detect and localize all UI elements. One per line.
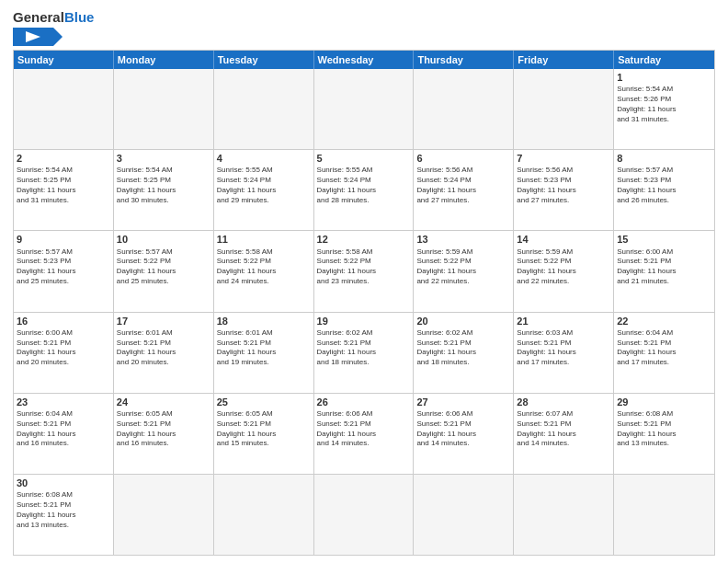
cell-info: Sunrise: 6:01 AM Sunset: 5:21 PM Dayligh…	[117, 328, 210, 368]
cal-cell: 15Sunrise: 6:00 AM Sunset: 5:21 PM Dayli…	[614, 231, 714, 311]
cell-info: Sunrise: 6:06 AM Sunset: 5:21 PM Dayligh…	[416, 409, 510, 449]
cell-info: Sunrise: 5:57 AM Sunset: 5:23 PM Dayligh…	[617, 166, 711, 205]
header-day-tuesday: Tuesday	[214, 51, 314, 69]
cal-cell	[614, 475, 714, 555]
cell-info: Sunrise: 5:54 AM Sunset: 5:25 PM Dayligh…	[117, 166, 210, 205]
cell-info: Sunrise: 6:03 AM Sunset: 5:21 PM Dayligh…	[517, 328, 610, 368]
cal-cell	[414, 69, 514, 149]
cell-info: Sunrise: 5:57 AM Sunset: 5:22 PM Dayligh…	[117, 247, 210, 287]
cal-cell: 20Sunrise: 6:02 AM Sunset: 5:21 PM Dayli…	[414, 313, 514, 393]
logo-box	[13, 28, 53, 46]
week-row-1: 2Sunrise: 5:54 AM Sunset: 5:25 PM Daylig…	[14, 150, 714, 231]
day-number: 19	[317, 315, 411, 327]
logo-wordmark: GeneralBlue	[13, 9, 94, 25]
cal-cell: 25Sunrise: 6:05 AM Sunset: 5:21 PM Dayli…	[214, 394, 314, 474]
cell-info: Sunrise: 5:56 AM Sunset: 5:23 PM Dayligh…	[517, 166, 610, 205]
cell-info: Sunrise: 5:56 AM Sunset: 5:24 PM Dayligh…	[416, 166, 510, 205]
logo-arrow	[53, 28, 63, 46]
cal-cell: 3Sunrise: 5:54 AM Sunset: 5:25 PM Daylig…	[114, 150, 214, 230]
cal-cell: 16Sunrise: 6:00 AM Sunset: 5:21 PM Dayli…	[14, 313, 114, 393]
day-number: 4	[217, 152, 311, 165]
calendar-header: SundayMondayTuesdayWednesdayThursdayFrid…	[14, 51, 714, 69]
cell-info: Sunrise: 6:08 AM Sunset: 5:21 PM Dayligh…	[17, 490, 110, 530]
cell-info: Sunrise: 5:55 AM Sunset: 5:24 PM Dayligh…	[317, 166, 411, 205]
cal-cell: 2Sunrise: 5:54 AM Sunset: 5:25 PM Daylig…	[14, 150, 114, 230]
cell-info: Sunrise: 6:04 AM Sunset: 5:21 PM Dayligh…	[617, 328, 711, 368]
cal-cell: 30Sunrise: 6:08 AM Sunset: 5:21 PM Dayli…	[14, 475, 114, 555]
cal-cell: 26Sunrise: 6:06 AM Sunset: 5:21 PM Dayli…	[314, 394, 415, 474]
logo-blue: Blue	[64, 9, 95, 25]
page: GeneralBlue	[0, 0, 728, 563]
day-number: 24	[117, 396, 210, 408]
header: GeneralBlue	[13, 9, 715, 46]
cal-cell	[514, 475, 614, 555]
cal-cell	[314, 475, 415, 555]
cell-info: Sunrise: 6:01 AM Sunset: 5:21 PM Dayligh…	[217, 328, 311, 368]
cell-info: Sunrise: 5:59 AM Sunset: 5:22 PM Dayligh…	[517, 247, 610, 287]
week-row-5: 30Sunrise: 6:08 AM Sunset: 5:21 PM Dayli…	[14, 475, 714, 555]
day-number: 9	[17, 233, 110, 246]
day-number: 18	[217, 315, 311, 327]
cell-info: Sunrise: 6:04 AM Sunset: 5:21 PM Dayligh…	[17, 409, 110, 449]
day-number: 16	[17, 315, 110, 327]
cal-cell: 21Sunrise: 6:03 AM Sunset: 5:21 PM Dayli…	[514, 313, 614, 393]
cell-info: Sunrise: 5:58 AM Sunset: 5:22 PM Dayligh…	[217, 247, 311, 287]
cell-info: Sunrise: 5:58 AM Sunset: 5:22 PM Dayligh…	[317, 247, 411, 287]
calendar: SundayMondayTuesdayWednesdayThursdayFrid…	[13, 50, 715, 556]
cal-cell: 23Sunrise: 6:04 AM Sunset: 5:21 PM Dayli…	[14, 394, 114, 474]
day-number: 5	[317, 152, 411, 165]
header-day-friday: Friday	[514, 51, 614, 69]
cal-cell: 24Sunrise: 6:05 AM Sunset: 5:21 PM Dayli…	[114, 394, 214, 474]
logo-general: General	[13, 9, 64, 25]
day-number: 20	[416, 315, 510, 327]
cell-info: Sunrise: 6:02 AM Sunset: 5:21 PM Dayligh…	[317, 328, 411, 368]
calendar-body: 1Sunrise: 5:54 AM Sunset: 5:26 PM Daylig…	[14, 69, 714, 555]
day-number: 15	[617, 233, 711, 246]
day-number: 23	[17, 396, 110, 408]
day-number: 28	[517, 396, 610, 408]
day-number: 21	[517, 315, 610, 327]
header-day-sunday: Sunday	[14, 51, 114, 69]
cal-cell: 28Sunrise: 6:07 AM Sunset: 5:21 PM Dayli…	[514, 394, 614, 474]
cal-cell: 5Sunrise: 5:55 AM Sunset: 5:24 PM Daylig…	[314, 150, 415, 230]
week-row-4: 23Sunrise: 6:04 AM Sunset: 5:21 PM Dayli…	[14, 394, 714, 475]
cal-cell: 27Sunrise: 6:06 AM Sunset: 5:21 PM Dayli…	[414, 394, 514, 474]
day-number: 2	[17, 152, 110, 165]
week-row-3: 16Sunrise: 6:00 AM Sunset: 5:21 PM Dayli…	[14, 313, 714, 394]
day-number: 13	[416, 233, 510, 246]
cal-cell	[414, 475, 514, 555]
cell-info: Sunrise: 5:57 AM Sunset: 5:23 PM Dayligh…	[17, 247, 110, 287]
cell-info: Sunrise: 6:00 AM Sunset: 5:21 PM Dayligh…	[17, 328, 110, 368]
cal-cell: 6Sunrise: 5:56 AM Sunset: 5:24 PM Daylig…	[414, 150, 514, 230]
day-number: 1	[617, 71, 711, 84]
cell-info: Sunrise: 6:00 AM Sunset: 5:21 PM Dayligh…	[617, 247, 711, 287]
cal-cell: 13Sunrise: 5:59 AM Sunset: 5:22 PM Dayli…	[414, 231, 514, 311]
logo: GeneralBlue	[13, 9, 94, 46]
day-number: 17	[117, 315, 210, 327]
cell-info: Sunrise: 6:07 AM Sunset: 5:21 PM Dayligh…	[517, 409, 610, 449]
cal-cell: 9Sunrise: 5:57 AM Sunset: 5:23 PM Daylig…	[14, 231, 114, 311]
cal-cell: 11Sunrise: 5:58 AM Sunset: 5:22 PM Dayli…	[214, 231, 314, 311]
cal-cell: 10Sunrise: 5:57 AM Sunset: 5:22 PM Dayli…	[114, 231, 214, 311]
logo-flag-icon	[24, 29, 42, 44]
day-number: 10	[117, 233, 210, 246]
cell-info: Sunrise: 6:02 AM Sunset: 5:21 PM Dayligh…	[416, 328, 510, 368]
week-row-0: 1Sunrise: 5:54 AM Sunset: 5:26 PM Daylig…	[14, 69, 714, 150]
cell-info: Sunrise: 5:54 AM Sunset: 5:25 PM Dayligh…	[17, 166, 110, 205]
day-number: 22	[617, 315, 711, 327]
cal-cell	[114, 69, 214, 149]
cal-cell: 14Sunrise: 5:59 AM Sunset: 5:22 PM Dayli…	[514, 231, 614, 311]
cell-info: Sunrise: 5:55 AM Sunset: 5:24 PM Dayligh…	[217, 166, 311, 205]
cal-cell: 18Sunrise: 6:01 AM Sunset: 5:21 PM Dayli…	[214, 313, 314, 393]
header-day-wednesday: Wednesday	[314, 51, 415, 69]
cal-cell: 19Sunrise: 6:02 AM Sunset: 5:21 PM Dayli…	[314, 313, 415, 393]
cell-info: Sunrise: 6:06 AM Sunset: 5:21 PM Dayligh…	[317, 409, 411, 449]
cal-cell: 8Sunrise: 5:57 AM Sunset: 5:23 PM Daylig…	[614, 150, 714, 230]
day-number: 11	[217, 233, 311, 246]
cal-cell	[514, 69, 614, 149]
day-number: 30	[17, 477, 110, 489]
cal-cell: 22Sunrise: 6:04 AM Sunset: 5:21 PM Dayli…	[614, 313, 714, 393]
day-number: 27	[416, 396, 510, 408]
cal-cell	[214, 69, 314, 149]
svg-marker-2	[26, 31, 40, 42]
